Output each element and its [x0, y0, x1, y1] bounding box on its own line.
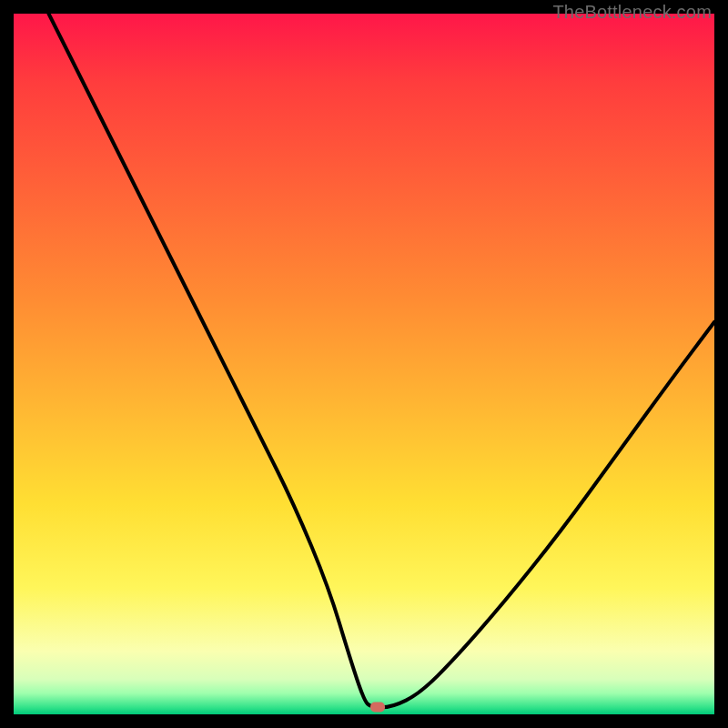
plot-area — [14, 14, 714, 714]
curve-vertex-marker — [370, 703, 385, 713]
bottleneck-curve — [14, 14, 714, 714]
watermark-text: TheBottleneck.com — [552, 2, 712, 23]
chart-container: TheBottleneck.com — [0, 0, 728, 728]
